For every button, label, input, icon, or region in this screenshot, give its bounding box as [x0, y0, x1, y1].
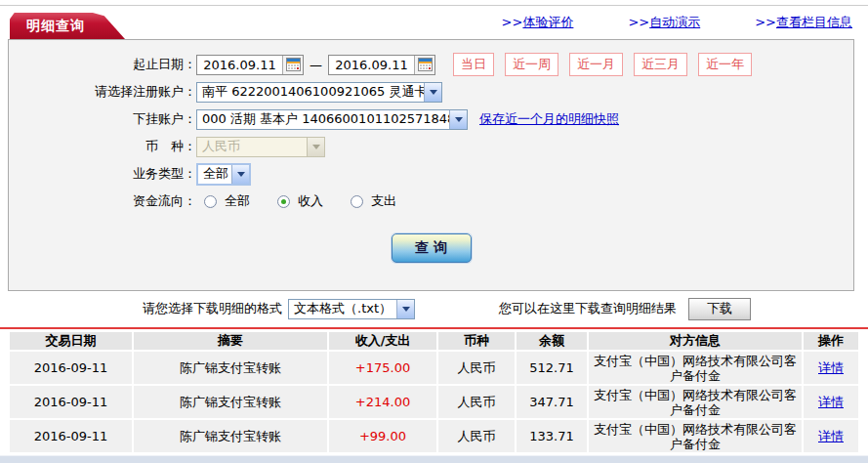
date-to-value: 2016.09.11 [329, 58, 414, 72]
link-label: 自动演示 [649, 15, 700, 29]
date-range-label: 起止日期： [9, 56, 196, 73]
registered-account-select[interactable]: 南平 6222001406100921065 灵通卡 [196, 82, 442, 103]
table-row: 2016-09-11 陈广锦支付宝转账 +214.00 人民币 347.71 支… [10, 386, 858, 418]
registered-account-value: 南平 6222001406100921065 灵通卡 [197, 83, 424, 101]
detail-link[interactable]: 详情 [818, 360, 844, 375]
cell-currency: 人民币 [438, 386, 515, 418]
page-title: 明细查询 [10, 18, 85, 35]
cell-date: 2016-09-11 [10, 352, 132, 384]
col-balance: 余额 [517, 332, 587, 350]
cell-action: 详情 [804, 420, 858, 452]
download-format-label: 请您选择下载明细的格式 [143, 300, 282, 317]
calendar-icon[interactable] [414, 56, 434, 74]
link-auto-demo[interactable]: >>自动演示 [628, 14, 700, 31]
cell-balance: 133.71 [517, 420, 587, 452]
link-label: 体验评价 [522, 15, 573, 29]
chevron-down-icon[interactable] [449, 110, 467, 129]
date-separator: — [310, 58, 322, 72]
currency-select: 人民币 [196, 137, 325, 157]
flow-option-all: 全部 [204, 192, 250, 210]
download-button[interactable]: 下载 [688, 298, 751, 320]
quick-range-buttons: 当日 近一周 近一月 近三月 近一年 [453, 53, 752, 76]
cell-balance: 347.71 [517, 386, 587, 418]
cell-summary: 陈广锦支付宝转账 [134, 386, 327, 418]
detail-query-page: 明细查询 >>体验评价 >>自动演示 >>查看栏目信息 起止日期： 2016.0… [0, 0, 868, 463]
col-currency: 币种 [438, 332, 515, 350]
range-last-month-button[interactable]: 近一月 [569, 53, 623, 76]
cell-action: 详情 [804, 352, 858, 384]
range-today-button[interactable]: 当日 [453, 53, 494, 76]
link-label: 查看栏目信息 [776, 15, 852, 29]
radio-expense-label: 支出 [371, 192, 396, 210]
sub-account-label: 下挂账户： [9, 110, 196, 128]
query-form: 起止日期： 2016.09.11 — [8, 39, 854, 291]
link-prefix: >> [628, 15, 649, 29]
flow-option-income: 收入 [277, 192, 323, 210]
cell-balance: 512.71 [517, 352, 587, 384]
flow-option-expense: 支出 [351, 192, 396, 210]
cell-amount: +214.00 [329, 386, 436, 418]
cell-currency: 人民币 [438, 420, 515, 452]
business-type-value: 全部 [198, 165, 231, 183]
link-experience-review[interactable]: >>体验评价 [502, 14, 574, 31]
link-prefix: >> [502, 15, 523, 29]
registered-account-label: 请选择注册账户： [9, 83, 196, 101]
topbar: 明细查询 >>体验评价 >>自动演示 >>查看栏目信息 [0, 6, 868, 39]
date-range-row: 起止日期： 2016.09.11 — [9, 54, 853, 75]
range-last-3-months-button[interactable]: 近三月 [634, 53, 687, 76]
col-summary: 摘要 [134, 332, 327, 350]
cell-date: 2016-09-11 [10, 386, 132, 418]
save-snapshot-link[interactable]: 保存近一个月的明细快照 [479, 110, 619, 128]
date-to-input[interactable]: 2016.09.11 [328, 55, 435, 75]
radio-all-label: 全部 [225, 192, 250, 210]
query-button-row: 查 询 [9, 233, 853, 263]
chevron-down-icon[interactable] [231, 165, 249, 184]
calendar-icon-glyph [286, 58, 301, 71]
detail-link[interactable]: 详情 [818, 395, 844, 409]
sub-account-value: 000 活期 基本户 1406600101102571848 [197, 110, 449, 128]
business-type-label: 业务类型： [9, 165, 196, 183]
currency-value: 人民币 [197, 138, 307, 155]
cell-currency: 人民币 [438, 352, 515, 384]
download-row: 请您选择下载明细的格式 文本格式（.txt） 您可以在这里下载查询明细结果 下载 [0, 291, 868, 326]
link-view-column-info[interactable]: >>查看栏目信息 [755, 14, 852, 31]
table-row: 2016-09-11 陈广锦支付宝转账 +99.00 人民币 133.71 支付… [10, 420, 858, 452]
red-divider [0, 327, 868, 329]
link-prefix: >> [755, 15, 776, 29]
currency-label: 币 种： [9, 138, 196, 155]
cell-action: 详情 [804, 386, 858, 418]
radio-expense[interactable] [351, 195, 363, 208]
range-last-year-button[interactable]: 近一年 [698, 53, 752, 76]
currency-row: 币 种： 人民币 [9, 136, 853, 157]
cell-counterparty: 支付宝（中国）网络技术有限公司客户备付金 [589, 420, 802, 452]
calendar-icon[interactable] [282, 56, 303, 74]
radio-income-label: 收入 [298, 192, 323, 210]
radio-all[interactable] [204, 195, 217, 208]
date-from-input[interactable]: 2016.09.11 [196, 55, 304, 75]
col-date: 交易日期 [10, 332, 132, 350]
col-counterparty: 对方信息 [589, 332, 802, 350]
range-last-week-button[interactable]: 近一周 [505, 53, 558, 76]
cell-summary: 陈广锦支付宝转账 [134, 420, 327, 452]
top-links: >>体验评价 >>自动演示 >>查看栏目信息 [502, 14, 868, 31]
fund-flow-label: 资金流向： [9, 192, 196, 210]
download-format-select[interactable]: 文本格式（.txt） [288, 299, 415, 319]
sub-account-row: 下挂账户： 000 活期 基本户 1406600101102571848 保存近… [9, 108, 853, 130]
chevron-down-icon[interactable] [424, 83, 441, 102]
chevron-down-icon[interactable] [396, 300, 414, 318]
table-row: 2016-09-11 陈广锦支付宝转账 +175.00 人民币 512.71 支… [10, 352, 858, 384]
sub-account-select[interactable]: 000 活期 基本户 1406600101102571848 [196, 109, 468, 130]
registered-account-row: 请选择注册账户： 南平 6222001406100921065 灵通卡 [9, 81, 853, 103]
date-from-value: 2016.09.11 [197, 58, 282, 72]
radio-income[interactable] [277, 195, 290, 208]
transactions-table: 交易日期 摘要 收入/支出 币种 余额 对方信息 操作 2016-09-11 陈… [8, 330, 860, 454]
horizontal-scrollbar[interactable] [0, 455, 868, 463]
cell-counterparty: 支付宝（中国）网络技术有限公司客户备付金 [589, 352, 802, 384]
col-action: 操作 [804, 332, 858, 350]
business-type-select[interactable]: 全部 [196, 163, 251, 186]
cell-amount: +175.00 [329, 352, 436, 384]
query-button[interactable]: 查 询 [392, 233, 472, 263]
detail-link[interactable]: 详情 [818, 429, 844, 443]
download-format-value: 文本格式（.txt） [289, 300, 396, 317]
business-type-row: 业务类型： 全部 [9, 163, 853, 185]
